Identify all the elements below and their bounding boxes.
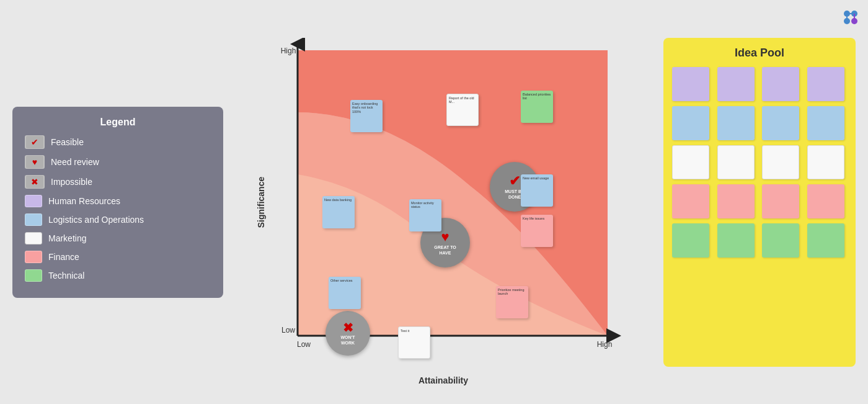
idea-sticky[interactable]: [672, 184, 709, 218]
svg-text:High: High: [597, 340, 613, 349]
idea-pool-title: Idea Pool: [672, 47, 847, 60]
idea-sticky[interactable]: [672, 223, 709, 258]
idea-pool-grid: [672, 67, 847, 258]
x-axis-label: Attainability: [418, 375, 468, 385]
chart-area: Significance Attainability: [223, 6, 663, 398]
idea-sticky[interactable]: [762, 106, 799, 140]
need-review-label: Need review: [51, 157, 99, 167]
idea-sticky[interactable]: [807, 145, 844, 179]
sticky-7[interactable]: Key life issues: [521, 215, 553, 247]
idea-sticky[interactable]: [762, 223, 799, 258]
legend-title: Legend: [25, 117, 211, 128]
chart-svg: High Low Low High: [260, 38, 626, 367]
finance-label: Finance: [48, 252, 79, 262]
finance-color: [25, 251, 42, 263]
idea-sticky[interactable]: [762, 67, 799, 101]
impossible-label: Impossible: [51, 177, 92, 187]
idea-sticky[interactable]: [807, 223, 844, 258]
legend-feasible: ✔ Feasible: [25, 135, 211, 149]
technical-color: [25, 269, 42, 282]
legend-technical: Technical: [25, 269, 211, 282]
feasible-icon: ✔: [25, 135, 45, 149]
idea-sticky[interactable]: [717, 184, 755, 218]
legend-logistics: Logistics and Operations: [25, 213, 211, 226]
idea-pool-panel: Idea Pool: [663, 38, 856, 367]
logistics-color: [25, 213, 42, 226]
idea-sticky[interactable]: [717, 145, 755, 179]
sticky-4[interactable]: New data banking: [322, 196, 355, 228]
legend-marketing: Marketing: [25, 232, 211, 245]
marketing-label: Marketing: [48, 233, 86, 243]
sticky-6[interactable]: New email usage: [521, 174, 553, 207]
technical-label: Technical: [48, 271, 84, 281]
svg-text:✖: ✖: [31, 177, 38, 187]
sticky-2[interactable]: Report of the old M...: [446, 94, 479, 126]
idea-sticky[interactable]: [807, 184, 844, 218]
svg-text:✔: ✔: [31, 137, 38, 147]
idea-sticky[interactable]: [762, 184, 799, 218]
idea-sticky[interactable]: [762, 145, 799, 179]
idea-sticky[interactable]: [717, 223, 755, 258]
feasible-label: Feasible: [51, 137, 84, 147]
marketing-color: [25, 232, 42, 245]
idea-sticky[interactable]: [672, 106, 709, 140]
need-review-icon: ♥: [25, 155, 45, 169]
legend-human-resources: Human Resources: [25, 195, 211, 207]
svg-text:High: High: [281, 47, 296, 55]
sticky-5[interactable]: Monitor activity status: [409, 199, 441, 231]
human-resources-color: [25, 195, 42, 207]
sticky-1[interactable]: Easy onboarding that's not lock 100%: [350, 100, 383, 132]
svg-text:♥: ♥: [32, 157, 37, 167]
logistics-label: Logistics and Operations: [48, 215, 144, 225]
idea-sticky[interactable]: [717, 106, 755, 140]
human-resources-label: Human Resources: [48, 196, 120, 206]
legend-finance: Finance: [25, 251, 211, 263]
svg-text:Low: Low: [297, 340, 311, 349]
chart-container: Significance Attainability: [260, 38, 626, 367]
idea-sticky[interactable]: [717, 67, 755, 101]
sticky-9[interactable]: Prioritize meeting launch: [496, 286, 528, 318]
sticky-3[interactable]: Balanced priorities list: [521, 91, 553, 123]
sticky-10[interactable]: Test it: [398, 326, 430, 359]
legend-need-review: ♥ Need review: [25, 155, 211, 169]
idea-sticky[interactable]: [672, 67, 709, 101]
app-logo: [841, 7, 861, 31]
idea-sticky[interactable]: [672, 145, 709, 179]
impossible-icon: ✖: [25, 175, 45, 189]
idea-sticky[interactable]: [807, 106, 844, 140]
svg-text:Low: Low: [281, 326, 295, 334]
wont-work-zone: ✖ WON'TWORK: [326, 311, 370, 356]
legend-impossible: ✖ Impossible: [25, 175, 211, 189]
sticky-8[interactable]: Other services: [329, 277, 361, 309]
idea-sticky[interactable]: [807, 67, 844, 101]
legend-panel: Legend ✔ Feasible ♥ Need review ✖ Imposs…: [12, 107, 223, 298]
